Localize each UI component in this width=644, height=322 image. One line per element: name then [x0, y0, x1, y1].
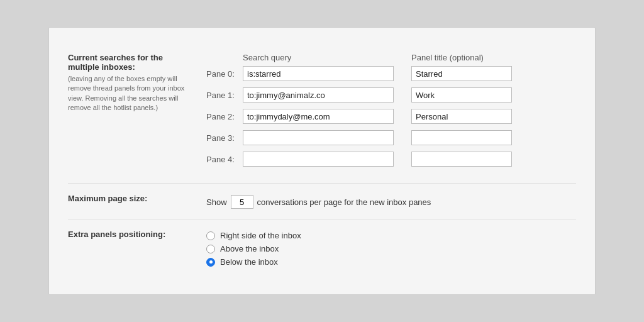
pane-title-input-1[interactable]: [411, 87, 512, 103]
page-size-content: Show conversations per page for the new …: [206, 194, 576, 209]
pane-row: Pane 0:: [206, 66, 576, 81]
radio-circle-above: [206, 245, 215, 253]
pane-label-4: Pane 4:: [206, 155, 243, 164]
pane-row: Pane 1:: [206, 87, 576, 103]
show-prefix: Show: [206, 197, 227, 207]
positioning-content: Right side of the inboxAbove the inboxBe…: [206, 230, 576, 267]
radio-label-above: Above the inbox: [220, 244, 279, 253]
radio-option-right[interactable]: Right side of the inbox: [206, 231, 576, 240]
searches-section: Current searches for the multiple inboxe…: [68, 43, 576, 184]
radio-label-below: Below the inbox: [220, 257, 278, 267]
pane-title-input-3[interactable]: [411, 130, 512, 145]
radio-group: Right side of the inboxAbove the inboxBe…: [206, 230, 576, 267]
pane-label-0: Pane 0:: [206, 69, 243, 79]
page-size-section: Maximum page size: Show conversations pe…: [68, 184, 576, 219]
col-title-header: Panel title (optional): [411, 53, 512, 62]
pane-query-input-1[interactable]: [243, 87, 394, 103]
pane-query-input-4[interactable]: [243, 152, 394, 167]
page-size-title: Maximum page size:: [68, 194, 147, 203]
radio-circle-right: [206, 231, 215, 240]
pane-label-1: Pane 1:: [206, 91, 243, 100]
radio-option-below[interactable]: Below the inbox: [206, 257, 576, 267]
pane-label-3: Pane 3:: [206, 133, 243, 143]
positioning-label: Extra panels positioning:: [68, 230, 206, 239]
searches-label: Current searches for the multiple inboxe…: [68, 53, 206, 113]
radio-option-above[interactable]: Above the inbox: [206, 244, 576, 253]
pane-row: Pane 3:: [206, 130, 576, 145]
pane-title-input-0[interactable]: [411, 66, 512, 81]
pane-query-input-3[interactable]: [243, 130, 394, 145]
pane-title-input-2[interactable]: [411, 109, 512, 124]
searches-content: Search query Panel title (optional) Pane…: [206, 53, 576, 173]
settings-card: Current searches for the multiple inboxe…: [48, 27, 596, 295]
page-size-input[interactable]: [231, 195, 253, 209]
positioning-section: Extra panels positioning: Right side of …: [68, 219, 576, 277]
positioning-title: Extra panels positioning:: [68, 230, 165, 239]
pane-title-input-4[interactable]: [411, 152, 512, 167]
pane-label-2: Pane 2:: [206, 112, 243, 121]
searches-title: Current searches for the multiple inboxe…: [68, 53, 163, 72]
page-size-label: Maximum page size:: [68, 194, 206, 203]
show-suffix: conversations per page for the new inbox…: [257, 197, 431, 207]
panes-header: Search query Panel title (optional): [206, 53, 576, 62]
col-query-header: Search query: [243, 53, 394, 62]
radio-label-right: Right side of the inbox: [220, 231, 301, 240]
pane-row: Pane 2:: [206, 109, 576, 124]
pane-row: Pane 4:: [206, 152, 576, 167]
searches-hint: (leaving any of the boxes empty will rem…: [68, 74, 196, 113]
pane-query-input-2[interactable]: [243, 109, 394, 124]
pane-query-input-0[interactable]: [243, 66, 394, 81]
panes-container: Pane 0:Pane 1:Pane 2:Pane 3:Pane 4:: [206, 66, 576, 167]
radio-circle-below: [206, 258, 215, 267]
